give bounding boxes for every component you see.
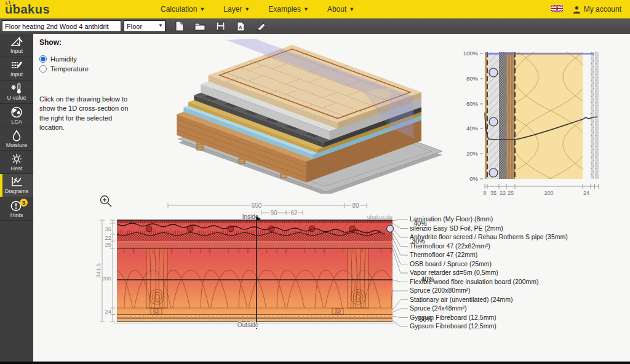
dim-90: 90 — [270, 210, 277, 216]
menu-about[interactable]: About▼ — [327, 5, 354, 14]
file-toolbar: Floor A — [0, 18, 630, 34]
layer-label: Gypsum Fibreboard (12,5mm) — [410, 322, 496, 330]
y-axis-ticks: 100% 80% 60% 40% 20% 0% — [463, 50, 483, 182]
svg-text:100%: 100% — [463, 50, 479, 57]
svg-text:22: 22 — [105, 234, 111, 241]
sidebar-item-lca[interactable]: LCA — [0, 104, 33, 127]
my-account-button[interactable]: My account — [573, 5, 621, 14]
menu-calculation[interactable]: Calculation▼ — [161, 5, 205, 14]
layer-leader-lines — [393, 220, 408, 326]
caret-down-icon: ▼ — [303, 6, 309, 12]
construction-type-select[interactable]: Floor — [124, 20, 165, 32]
sidebar-item-input-list[interactable]: Input — [0, 57, 33, 81]
dim-650: 650 — [252, 202, 262, 209]
display-controls: Show: Humidity Temperature Click on the … — [39, 38, 138, 133]
dim-total: 341,5 — [95, 263, 102, 278]
lca-globe-icon — [10, 106, 23, 118]
outside-label: Outside — [237, 322, 259, 328]
layer-label: Anhydrite floor screed / Rehau Rotherm S… — [410, 233, 568, 240]
svg-text:20%: 20% — [466, 150, 479, 157]
user-icon — [573, 6, 581, 14]
svg-text:60%: 60% — [466, 100, 479, 107]
menu-examples[interactable]: Examples▼ — [268, 5, 309, 14]
u-value-icon — [10, 83, 23, 94]
selected-pipe-marker[interactable] — [387, 226, 394, 232]
sidebar-item-heat[interactable]: Heat — [0, 151, 33, 174]
new-file-icon[interactable] — [173, 20, 186, 33]
moisture-drop-icon — [12, 130, 22, 141]
svg-text:200: 200 — [102, 275, 111, 282]
cross-section-1d[interactable]: 100% 80% 60% 40% 20% 0% 8 35 22 25 200 2… — [452, 43, 609, 200]
svg-text:A: A — [239, 25, 242, 30]
section-body[interactable] — [114, 220, 396, 323]
svg-text:24: 24 — [105, 308, 111, 315]
instruction-text: Click on the drawing below to show the 1… — [39, 95, 133, 133]
humidity-radio[interactable] — [39, 55, 47, 63]
logo-spark-icon — [4, 0, 20, 11]
drawing-input-icon — [10, 36, 23, 47]
temperature-radio[interactable] — [39, 65, 47, 73]
dim-62: 62 — [290, 210, 298, 216]
app-window: ubakus Calculation▼ Layer▼ Examples▼ Abo… — [0, 0, 630, 364]
open-folder-icon[interactable] — [193, 20, 207, 33]
spruce-post — [348, 248, 369, 308]
pdf-export-icon[interactable]: A — [234, 20, 247, 33]
layer-label: Thermofloor 47 (22mm) — [410, 251, 477, 258]
radio-humidity[interactable]: Humidity — [39, 55, 138, 63]
left-dimensions: 35 22 25 200 24 341,5 — [95, 220, 115, 322]
layer-label: Stationary air (unventilated) (24mm) — [410, 296, 512, 303]
svg-text:30%: 30% — [412, 237, 425, 245]
dim-80: 80 — [352, 202, 359, 209]
svg-text:40%: 40% — [413, 220, 426, 227]
layer-label: Spruce (24x48mm²) — [410, 304, 467, 312]
uk-flag-icon[interactable] — [551, 4, 563, 15]
sidebar-item-u-value[interactable]: U-value — [0, 81, 33, 104]
top-header-bar: ubakus Calculation▼ Layer▼ Examples▼ Abo… — [0, 0, 630, 18]
svg-text:0%: 0% — [469, 175, 478, 182]
spruce-post — [146, 248, 167, 308]
cross-section-2d[interactable]: 650 80 90 62 Inside ubakus.de — [95, 194, 628, 338]
construction-type-wrap: Floor — [124, 20, 165, 33]
layer-labels: Lamination (My Floor) (8mm) silenzio Eas… — [410, 215, 568, 330]
caret-down-icon: ▼ — [244, 6, 250, 12]
caret-down-icon: ▼ — [199, 6, 205, 12]
layer-label: Spruce (200x80mm²) — [410, 287, 471, 294]
sidebar-item-moisture[interactable]: Moisture — [0, 127, 33, 151]
svg-text:35: 35 — [105, 226, 111, 232]
svg-text:80%: 80% — [466, 75, 479, 82]
zoom-in-icon[interactable] — [101, 196, 112, 207]
radio-temperature[interactable]: Temperature — [39, 65, 138, 73]
svg-text:40%: 40% — [421, 275, 434, 283]
list-input-icon — [10, 60, 23, 71]
diagrams-chart-icon — [10, 176, 23, 188]
save-icon[interactable] — [213, 20, 227, 33]
bottom-border-bar — [0, 362, 630, 364]
caret-down-icon: ▼ — [349, 6, 354, 12]
heat-sun-icon — [10, 153, 23, 165]
sidebar-item-hints[interactable]: 3 Hints — [0, 197, 33, 221]
top-dimensions — [168, 203, 367, 215]
edit-pencil-icon[interactable] — [254, 20, 268, 33]
svg-text:50%: 50% — [419, 315, 432, 323]
svg-text:25: 25 — [105, 241, 111, 248]
ubakus-logo[interactable]: ubakus — [5, 1, 50, 17]
layer-strips — [485, 52, 599, 179]
sidebar-item-input-drawing[interactable]: Input — [0, 34, 33, 57]
construction-3d-view[interactable] — [148, 34, 449, 194]
menu-layer[interactable]: Layer▼ — [223, 5, 250, 14]
hints-count-badge: 3 — [20, 199, 28, 207]
project-name-input[interactable] — [2, 20, 121, 32]
layer-label: OSB board / Spruce (25mm) — [410, 260, 492, 267]
sidebar-item-diagrams[interactable]: Diagrams — [0, 174, 33, 197]
svg-text:40%: 40% — [466, 125, 479, 132]
show-label: Show: — [39, 38, 138, 47]
left-sidebar-nav: Input Input U-value LCA — [0, 34, 33, 362]
main-menu: Calculation▼ Layer▼ Examples▼ About▼ — [161, 5, 354, 14]
watermark: ubakus.de — [367, 214, 393, 220]
